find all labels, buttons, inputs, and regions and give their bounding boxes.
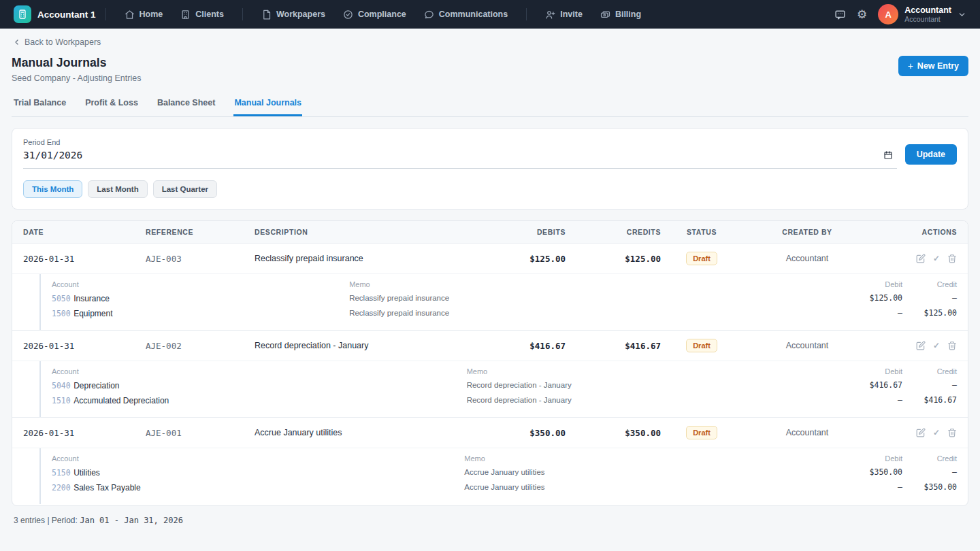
col-header-credits: Credits	[566, 221, 661, 243]
nav-item-clients[interactable]: Clients	[172, 5, 233, 24]
entry-created-by: Accountant	[742, 254, 872, 263]
nav-divider	[242, 8, 243, 20]
message-icon[interactable]	[834, 9, 846, 20]
billing-icon	[600, 10, 610, 20]
period-end-label: Period End	[23, 138, 897, 146]
account-code: 5040	[52, 381, 71, 390]
update-button[interactable]: Update	[905, 144, 957, 165]
nav-item-compliance[interactable]: Compliance	[334, 5, 415, 24]
nav-item-home[interactable]: Home	[116, 5, 172, 24]
nav-item-label: Compliance	[358, 10, 406, 19]
nav-item-billing[interactable]: Billing	[591, 5, 650, 24]
entries-summary: 3 entries | Period: Jan 01 - Jan 31, 202…	[14, 516, 968, 525]
journal-line: 5150 Utilities Accrue January utilities …	[52, 465, 957, 480]
entries-count: 3 entries	[14, 516, 45, 525]
journals-table: Date Reference Description Debits Credit…	[12, 220, 968, 506]
period-panel: Period End 31/01/2026 Update This Month …	[12, 128, 968, 210]
journal-line: 2200 Sales Tax Payable Accrue January ut…	[52, 480, 957, 495]
entry-reference: AJE-001	[146, 428, 255, 438]
approve-check-icon[interactable]: ✓	[933, 254, 940, 263]
user-menu[interactable]: A Accountant Accountant	[878, 4, 966, 24]
entry-lines: Account Memo Debit Credit 5050 Insurance…	[39, 274, 957, 330]
line-debit: –	[838, 480, 902, 495]
period-end-date-input[interactable]: 31/01/2026	[23, 148, 897, 169]
nav-item-label: Communications	[439, 10, 508, 19]
back-to-workpapers-link[interactable]: Back to Workpapers	[13, 37, 101, 47]
nav-item-communications[interactable]: Communications	[415, 5, 517, 24]
home-icon	[125, 10, 135, 20]
nav-item-workpapers[interactable]: Workpapers	[252, 5, 334, 24]
entry-created-by: Accountant	[742, 428, 872, 437]
sub-col-memo: Memo	[464, 453, 838, 465]
period-quick-chips: This Month Last Month Last Quarter	[23, 180, 957, 198]
line-debit: –	[838, 305, 902, 320]
line-debit: $416.67	[838, 378, 902, 393]
line-memo: Record depreciation - January	[467, 393, 838, 407]
status-badge: Draft	[686, 339, 717, 352]
entry-reference: AJE-002	[146, 341, 255, 351]
compliance-icon	[343, 10, 353, 20]
sub-col-credit: Credit	[902, 279, 957, 290]
account-name: Insurance	[74, 294, 110, 303]
nav-divider	[105, 8, 106, 20]
header-row: Manual Journals Seed Company - Adjusting…	[12, 56, 968, 83]
line-memo: Accrue January utilities	[464, 465, 838, 480]
tab-profit-loss[interactable]: Profit & Loss	[84, 94, 139, 116]
new-entry-button[interactable]: + New Entry	[898, 56, 968, 76]
col-header-date: Date	[23, 221, 146, 243]
col-header-debits: Debits	[470, 221, 566, 243]
chip-last-month[interactable]: Last Month	[88, 180, 147, 198]
edit-icon[interactable]	[916, 341, 926, 350]
sub-header-row: Account Memo Debit Credit	[52, 453, 957, 465]
nav-divider	[526, 8, 527, 20]
calendar-icon[interactable]	[883, 150, 893, 160]
status-badge: Draft	[686, 252, 717, 265]
delete-icon[interactable]	[947, 341, 957, 350]
sub-col-account: Account	[52, 279, 349, 290]
entry-credits: $350.00	[566, 428, 661, 438]
sub-col-memo: Memo	[467, 366, 838, 378]
line-credit: $416.67	[902, 393, 957, 407]
tab-bar: Trial Balance Profit & Loss Balance Shee…	[12, 94, 968, 117]
tab-balance-sheet[interactable]: Balance Sheet	[157, 94, 216, 116]
entry-created-by: Accountant	[742, 341, 872, 350]
account-name: Sales Tax Payable	[74, 483, 141, 492]
edit-icon[interactable]	[916, 254, 926, 263]
journal-entry: 2026-01-31 AJE-003 Reclassify prepaid in…	[12, 244, 968, 331]
approve-check-icon[interactable]: ✓	[933, 428, 940, 437]
brand-name: Accountant 1	[37, 10, 96, 20]
journal-line: 1500 Equipment Reclassify prepaid insura…	[52, 305, 957, 320]
sub-header-row: Account Memo Debit Credit	[52, 366, 957, 378]
plus-icon: +	[908, 61, 913, 71]
nav-item-label: Home	[140, 10, 163, 19]
nav-item-label: Clients	[195, 10, 224, 19]
sub-col-credit: Credit	[902, 453, 957, 465]
tab-trial-balance[interactable]: Trial Balance	[13, 94, 67, 116]
line-debit: $350.00	[838, 465, 902, 480]
tab-manual-journals[interactable]: Manual Journals	[233, 94, 302, 116]
journal-entry-row[interactable]: 2026-01-31 AJE-003 Reclassify prepaid in…	[12, 244, 968, 274]
brand[interactable]: Accountant 1	[14, 5, 96, 23]
entry-reference: AJE-003	[146, 254, 255, 264]
journal-entry-row[interactable]: 2026-01-31 AJE-002 Record depreciation -…	[12, 331, 968, 361]
delete-icon[interactable]	[947, 428, 957, 437]
journal-entry: 2026-01-31 AJE-001 Accrue January utilit…	[12, 418, 968, 504]
table-header-row: Date Reference Description Debits Credit…	[12, 221, 968, 244]
entry-debits: $125.00	[470, 254, 566, 264]
summary-separator: |	[47, 516, 49, 525]
sub-col-debit: Debit	[838, 279, 902, 290]
entry-lines: Account Memo Debit Credit 5150 Utilities…	[39, 448, 957, 504]
nav-item-label: Workpapers	[276, 10, 325, 19]
invite-icon	[545, 10, 555, 20]
gear-icon[interactable]: ⚙	[857, 9, 867, 20]
chip-this-month[interactable]: This Month	[23, 180, 82, 198]
chip-last-quarter[interactable]: Last Quarter	[153, 180, 217, 198]
approve-check-icon[interactable]: ✓	[933, 341, 940, 350]
col-header-description: Description	[255, 221, 470, 243]
journal-entry-row[interactable]: 2026-01-31 AJE-001 Accrue January utilit…	[12, 418, 968, 448]
nav-item-invite[interactable]: Invite	[536, 5, 591, 24]
edit-icon[interactable]	[916, 428, 926, 437]
sub-col-debit: Debit	[838, 366, 902, 378]
line-credit: –	[902, 290, 957, 305]
delete-icon[interactable]	[947, 254, 957, 263]
